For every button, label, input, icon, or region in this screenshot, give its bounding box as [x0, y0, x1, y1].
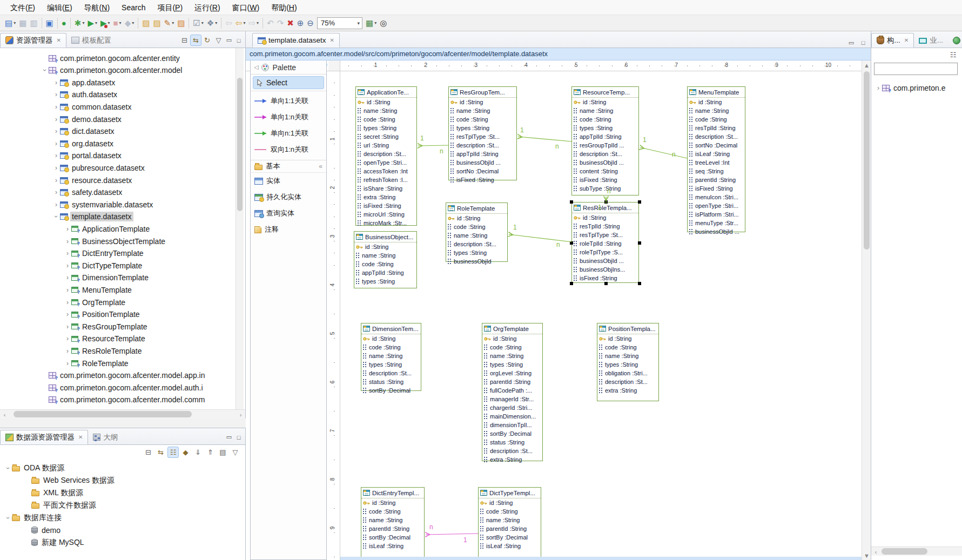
entity-field[interactable]: orgLevel :String [482, 369, 542, 377]
entity-field[interactable]: isLeaf :String [361, 542, 424, 550]
open-console-button[interactable]: ▣ [44, 17, 55, 30]
entity-field[interactable]: status :String [482, 438, 542, 447]
scrollbar-thumb[interactable] [14, 411, 192, 417]
entity-RoleTemplate[interactable]: RoleTemplateid :Stringcode :Stringname :… [446, 203, 508, 262]
entity-field[interactable]: resTplId :String [572, 222, 638, 231]
palette-item-3[interactable]: 注释 [251, 221, 326, 238]
explorer-tree-item[interactable]: ›ApplicationTemplate [0, 223, 236, 234]
entity-field[interactable]: resTplId :String [688, 124, 745, 132]
entity-field[interactable]: name :String [479, 516, 541, 524]
entity-field[interactable]: types :String [572, 124, 638, 132]
pin-palette-icon[interactable]: « [319, 163, 322, 170]
entity-field[interactable]: id :String [354, 242, 416, 251]
entity-field[interactable]: microMark :Str... [356, 219, 416, 227]
entity-field[interactable]: dimensionTplI... [482, 421, 542, 429]
entity-field[interactable]: businessObjId [446, 257, 507, 266]
tab-template-config[interactable]: 模板配置 [66, 33, 116, 48]
menu-item-0[interactable]: 文件(F) [4, 0, 41, 15]
entity-field[interactable]: description :St... [446, 240, 507, 248]
explorer-tree-item[interactable]: ›pubresource.datasetx [0, 162, 236, 173]
explorer-tree-item[interactable]: ›OrgTemplate [0, 296, 236, 308]
view-menu-button[interactable]: ▽ [213, 35, 224, 46]
tab-datasource-explorer[interactable]: 数据源资源管理器 ✕ [0, 430, 88, 444]
right-panel-horizontal-scrollbar[interactable]: ‹ [871, 546, 962, 556]
collapse-palette-icon[interactable]: ◁ [254, 64, 258, 71]
entity-field[interactable]: managerId :Str... [482, 395, 542, 403]
entity-field[interactable]: code :String [688, 115, 745, 124]
entity-field[interactable]: id :String [479, 498, 541, 507]
entity-field[interactable]: id :String [361, 334, 421, 343]
entity-field[interactable]: refreshToken :I... [356, 176, 416, 184]
explorer-tree-item[interactable]: ›app.datasetx [0, 77, 236, 88]
new-connection-button[interactable]: ◆ [180, 447, 191, 458]
entity-field[interactable]: extra :String [482, 455, 542, 464]
scrollbar-thumb[interactable] [237, 78, 243, 211]
entity-field[interactable]: id :String [572, 213, 638, 222]
explorer-tree-item[interactable]: ›demo.datasetx [0, 113, 236, 125]
explorer-tree-item[interactable]: com.primeton.gocom.afcenter.model.auth.i [0, 382, 236, 393]
connection-ResGroupTem-ApplicationTe[interactable] [418, 145, 448, 146]
entity-field[interactable]: code :String [597, 343, 658, 352]
entity-field[interactable]: appTplId :String [354, 268, 416, 277]
entity-ApplicationTe[interactable]: ApplicationTe...id :Stringname :Stringco… [355, 86, 417, 226]
refresh-button[interactable]: ↻ [201, 35, 213, 46]
entity-title[interactable]: BusinessObject... [354, 232, 416, 242]
entity-field[interactable]: types :String [354, 277, 416, 286]
open-resource-button[interactable]: ▨ [140, 17, 151, 30]
task-list-button[interactable]: ☑▾ [191, 17, 205, 30]
entity-field[interactable]: roleTplId :String [572, 239, 638, 248]
explorer-tree-item[interactable]: ›safety.datasetx [0, 187, 236, 198]
entity-field[interactable]: resTplType :St... [572, 231, 638, 239]
entity-field[interactable]: code :String [446, 222, 507, 231]
filter-input[interactable] [874, 63, 958, 75]
entity-field[interactable]: description :St... [361, 369, 421, 377]
selection-handle[interactable] [570, 282, 573, 285]
entity-field[interactable]: isFixed :String [688, 184, 745, 193]
entity-field[interactable]: types :String [482, 360, 542, 369]
expand-arrow-icon[interactable]: › [64, 238, 71, 245]
collapse-arrow-icon[interactable]: › [4, 514, 12, 522]
expand-arrow-icon[interactable]: › [52, 201, 60, 208]
entity-field[interactable]: code :String [479, 507, 541, 516]
entity-field[interactable]: isLeaf :String [479, 542, 541, 550]
palette-header[interactable]: ◁ Palette [251, 60, 326, 75]
explorer-tree-item[interactable]: ›com.primeton.gocom.afcenter.model [0, 65, 236, 76]
entity-field[interactable]: subType :String [572, 184, 638, 193]
entity-field[interactable]: menuType :Str... [688, 219, 745, 227]
entity-field[interactable]: id :String [449, 98, 516, 106]
entity-title[interactable]: DimensionTem... [361, 323, 421, 334]
explorer-tree-item[interactable]: ›ResRoleTemplate [0, 345, 236, 356]
back-button[interactable]: ⇦▾ [234, 17, 247, 30]
close-icon[interactable]: ✕ [77, 434, 83, 440]
entity-field[interactable]: businessObjId ... [688, 227, 745, 236]
entity-field[interactable]: businessObjId ... [572, 158, 638, 167]
entity-field[interactable]: chargerId :Stri... [482, 403, 542, 412]
zoom-in-button[interactable]: ⊕ [295, 17, 306, 30]
new-wizard-button[interactable]: ▤▾ [3, 17, 17, 30]
menu-item-1[interactable]: 编辑(E) [41, 0, 78, 15]
entity-title[interactable]: ResRoleTempla... [572, 203, 638, 213]
stop-button[interactable]: ■▾ [112, 17, 123, 30]
entity-field[interactable]: sortBy :Decimal [361, 533, 424, 542]
entity-field[interactable]: sortBy :Decimal [479, 533, 541, 542]
entity-field[interactable]: name :String [354, 251, 416, 260]
scroll-down-icon[interactable]: ▼ [862, 551, 871, 560]
palette-item-0[interactable]: 实体 [251, 173, 326, 189]
expand-arrow-icon[interactable]: › [874, 84, 882, 92]
entity-field[interactable]: businessObjId ... [572, 257, 638, 265]
entity-field[interactable]: code :String [482, 343, 542, 352]
entity-title[interactable]: ResGroupTem... [449, 87, 516, 98]
zoom-out-button[interactable]: ⊖ [305, 17, 315, 30]
entity-field[interactable]: mainDimension... [482, 412, 542, 421]
entity-field[interactable]: isFixed :String [572, 274, 638, 282]
editor-vertical-scrollbar[interactable]: ▲ ▼ [862, 60, 871, 560]
entity-field[interactable]: status :String [361, 377, 421, 386]
explorer-tree-item[interactable]: ›DimensionTemplate [0, 272, 236, 284]
entity-title[interactable]: RoleTemplate [446, 203, 507, 214]
explorer-tree-item[interactable]: ›common.datasetx [0, 101, 236, 112]
entity-field[interactable]: description :St... [688, 132, 745, 141]
open-perspective-button[interactable]: ❖▾ [205, 17, 219, 30]
entity-field[interactable]: id :String [356, 98, 416, 106]
maximize-button[interactable]: □ [234, 433, 244, 442]
datasource-tree-item[interactable]: 平面文件数据源 [0, 500, 245, 511]
